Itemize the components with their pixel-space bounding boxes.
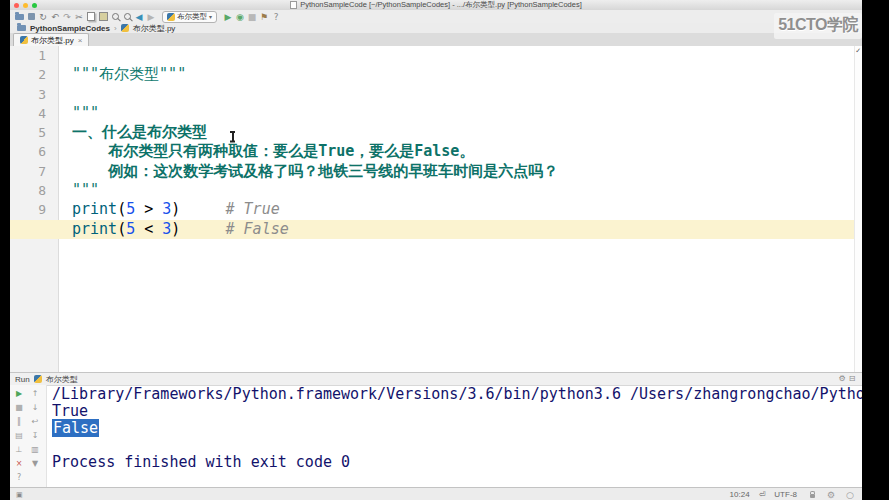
code-line[interactable]: print(5 < 3) # False	[72, 220, 855, 239]
pin-icon[interactable]: ⊥	[12, 443, 26, 457]
breadcrumb-file[interactable]: 布尔类型.py	[133, 23, 176, 34]
soft-wrap-icon[interactable]: ↩	[28, 415, 42, 429]
toolwindow-toggle-icon[interactable]: ▣	[16, 491, 23, 499]
replace-icon[interactable]	[121, 11, 133, 23]
sync-icon[interactable]: ↻	[37, 11, 49, 23]
scroll-to-end-icon[interactable]: ↧	[28, 429, 42, 443]
screen: PythonSampleCode [~/PythonSampleCodes] -…	[0, 0, 889, 500]
run-toolbar-col2: ↑↓↩↧▥▼	[28, 387, 44, 471]
editor-scrollbar[interactable]	[854, 46, 862, 372]
code-segment: """	[72, 181, 99, 199]
tab-label: 布尔类型.py	[31, 35, 74, 46]
console-line[interactable]: /Library/Frameworks/Python.framework/Ver…	[52, 386, 862, 403]
settings-icon[interactable]: ⚙	[837, 374, 847, 384]
file-icon	[290, 1, 297, 9]
redo-icon[interactable]: ↷	[61, 11, 73, 23]
down-stack-icon[interactable]: ↓	[28, 401, 42, 415]
file-encoding[interactable]: UTF-8	[774, 490, 797, 499]
line-number: 7	[10, 162, 58, 181]
line-number: 4	[10, 104, 58, 123]
pause-icon[interactable]: ‖	[12, 415, 26, 429]
undo-icon[interactable]: ↶	[49, 11, 61, 23]
stop-icon[interactable]: ■	[246, 11, 258, 23]
line-number: 9	[10, 200, 58, 219]
debug-icon[interactable]: ◉	[234, 11, 246, 23]
run-config-select[interactable]: 布尔类型 ▾	[162, 11, 217, 23]
code-line[interactable]	[72, 85, 855, 104]
line-number: 2	[10, 65, 58, 84]
editor-code[interactable]: """布尔类型""" """一、什么是布尔类型 布尔类型只有两种取值：要么是Tr…	[72, 46, 855, 372]
status-bar: ▣ 10:24 ⏎ UTF-8 ⚙○	[10, 487, 862, 500]
line-number: 3	[10, 85, 58, 104]
window-title: PythonSampleCode [~/PythonSampleCodes] -…	[10, 0, 862, 10]
help-icon[interactable]: ?	[270, 11, 282, 23]
forward-icon[interactable]: ▶	[145, 11, 157, 23]
save-all-icon[interactable]	[25, 11, 37, 23]
code-segment: 3	[162, 220, 171, 238]
code-segment: 5	[126, 220, 135, 238]
code-segment	[72, 162, 108, 180]
find-icon[interactable]	[109, 11, 121, 23]
notifications-icon[interactable]: ○	[844, 489, 856, 500]
code-line[interactable]: """	[72, 181, 855, 200]
close-tab-icon[interactable]: ×	[78, 36, 83, 45]
help-icon[interactable]: ?	[12, 471, 26, 485]
hide-panel-icon[interactable]: ⊟	[847, 374, 857, 384]
tab-boolean-type-file[interactable]: 布尔类型.py ×	[13, 33, 89, 46]
editor[interactable]: 12345678910 """布尔类型""" """一、什么是布尔类型 布尔类型…	[10, 46, 862, 372]
code-line[interactable]: 例如：这次数学考试及格了吗？地铁三号线的早班车时间是六点吗？	[72, 162, 855, 181]
code-segment: 布尔类型只有两种取值：要么是True，要么是False。	[108, 142, 474, 160]
print-icon[interactable]: ▥	[28, 443, 42, 457]
hector-icon[interactable]: ⚙	[825, 489, 837, 500]
rerun-icon[interactable]: ▶	[12, 387, 26, 401]
toolbar-right-group: ▶◉■⚑?	[222, 11, 282, 23]
console-line[interactable]	[52, 437, 862, 454]
code-segment: >	[135, 200, 162, 218]
open-icon[interactable]	[13, 11, 25, 23]
code-segment: """布尔类型"""	[72, 65, 186, 83]
editor-tab-bar: 布尔类型.py ×	[10, 33, 862, 47]
caret-position[interactable]: 10:24	[730, 490, 750, 499]
run-header-icons: ⚙⊟	[837, 374, 857, 384]
line-number: 8	[10, 181, 58, 200]
lock-icon[interactable]	[806, 489, 818, 500]
paste-icon[interactable]	[97, 11, 109, 23]
code-line[interactable]: """布尔类型"""	[72, 65, 855, 84]
coverage-icon[interactable]: ⚑	[258, 11, 270, 23]
console-line[interactable]: True	[52, 403, 862, 420]
code-line[interactable]: """	[72, 104, 855, 123]
inspection-indicator-icon: ✓	[855, 47, 861, 55]
up-stack-icon[interactable]: ↑	[28, 387, 42, 401]
run-icon[interactable]: ▶	[222, 11, 234, 23]
console-line[interactable]: False	[52, 420, 862, 437]
run-toolbar-col1: ▶■‖▤⊥×?	[12, 387, 28, 485]
code-segment: 5	[126, 200, 135, 218]
run-tab-label[interactable]: 布尔类型	[46, 374, 78, 385]
back-icon[interactable]: ◀	[133, 11, 145, 23]
console-line[interactable]: Process finished with exit code 0	[52, 454, 862, 471]
status-bar-right: 10:24 ⏎ UTF-8 ⚙○	[730, 489, 856, 500]
code-line[interactable]: 布尔类型只有两种取值：要么是True，要么是False。	[72, 142, 855, 161]
python-file-icon	[20, 36, 28, 44]
restore-layout-icon[interactable]: ▤	[12, 429, 26, 443]
code-line[interactable]: 一、什么是布尔类型	[72, 123, 855, 142]
clear-output-icon[interactable]: ▼	[28, 457, 42, 471]
run-console[interactable]: /Library/Frameworks/Python.framework/Ver…	[52, 386, 862, 488]
line-number: 5	[10, 123, 58, 142]
code-segment: # True	[226, 200, 280, 218]
run-panel-header: Run 布尔类型 ⚙⊟	[10, 373, 862, 386]
line-separator-indicator[interactable]: ⏎	[759, 490, 766, 499]
code-line[interactable]	[72, 46, 855, 65]
code-line[interactable]: print(5 > 3) # True	[72, 200, 855, 219]
copy-icon[interactable]	[85, 11, 97, 23]
code-segment: # False	[226, 220, 289, 238]
code-segment: (	[117, 220, 126, 238]
code-segment: """	[72, 104, 99, 122]
close-icon[interactable]: ×	[12, 457, 26, 471]
run-panel-title: Run	[15, 375, 30, 384]
code-segment	[180, 200, 225, 218]
stop-icon[interactable]: ■	[12, 401, 26, 415]
breadcrumb-project[interactable]: PythonSampleCodes	[30, 24, 110, 33]
line-number: 6	[10, 142, 58, 161]
cut-icon[interactable]: ✂	[73, 11, 85, 23]
